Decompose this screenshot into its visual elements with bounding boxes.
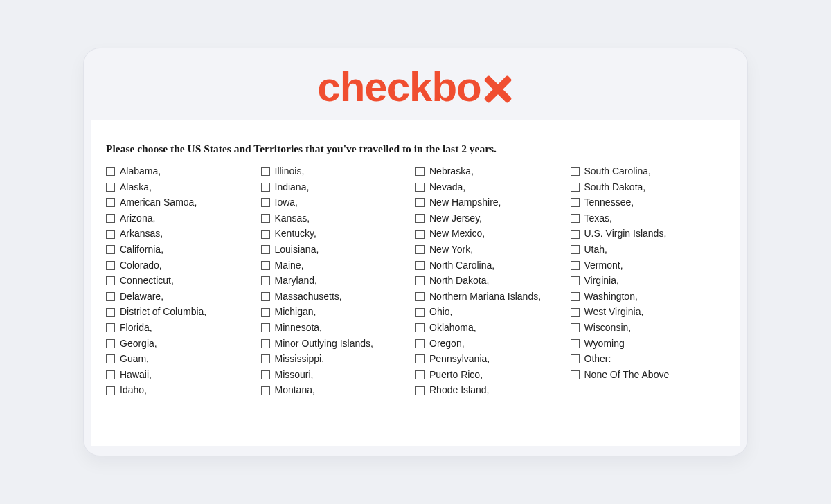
- option-item[interactable]: Montana,: [261, 384, 416, 397]
- option-item[interactable]: American Samoa,: [106, 196, 261, 210]
- checkbox-icon[interactable]: [106, 198, 115, 207]
- checkbox-icon[interactable]: [416, 245, 425, 254]
- option-item[interactable]: None Of The Above: [571, 368, 726, 382]
- option-item[interactable]: Oregon,: [416, 337, 571, 351]
- option-item[interactable]: Wisconsin,: [571, 321, 726, 335]
- option-item[interactable]: Texas,: [571, 212, 726, 226]
- checkbox-icon[interactable]: [261, 339, 270, 348]
- option-item[interactable]: U.S. Virgin Islands,: [571, 227, 726, 241]
- checkbox-icon[interactable]: [261, 323, 270, 332]
- checkbox-icon[interactable]: [106, 323, 115, 332]
- option-item[interactable]: Indiana,: [261, 181, 416, 195]
- checkbox-icon[interactable]: [416, 214, 425, 223]
- option-item[interactable]: New Mexico,: [416, 227, 571, 241]
- checkbox-icon[interactable]: [571, 230, 580, 239]
- checkbox-icon[interactable]: [261, 261, 270, 270]
- checkbox-icon[interactable]: [416, 339, 425, 348]
- checkbox-icon[interactable]: [571, 370, 580, 379]
- option-item[interactable]: New Hampshire,: [416, 196, 571, 210]
- option-item[interactable]: Florida,: [106, 321, 261, 335]
- checkbox-icon[interactable]: [106, 370, 115, 379]
- checkbox-icon[interactable]: [261, 292, 270, 301]
- option-item[interactable]: Northern Mariana Islands,: [416, 290, 571, 304]
- checkbox-icon[interactable]: [416, 198, 425, 207]
- option-item[interactable]: Louisiana,: [261, 243, 416, 257]
- checkbox-icon[interactable]: [416, 276, 425, 285]
- checkbox-icon[interactable]: [261, 167, 270, 176]
- option-item[interactable]: Pennsylvania,: [416, 352, 571, 366]
- checkbox-icon[interactable]: [106, 167, 115, 176]
- checkbox-icon[interactable]: [416, 183, 425, 192]
- checkbox-icon[interactable]: [261, 245, 270, 254]
- checkbox-icon[interactable]: [106, 386, 115, 395]
- option-item[interactable]: Vermont,: [571, 259, 726, 273]
- option-item[interactable]: Mississippi,: [261, 352, 416, 366]
- checkbox-icon[interactable]: [261, 370, 270, 379]
- checkbox-icon[interactable]: [261, 308, 270, 317]
- checkbox-icon[interactable]: [106, 183, 115, 192]
- checkbox-icon[interactable]: [416, 292, 425, 301]
- option-item[interactable]: California,: [106, 243, 261, 257]
- option-item[interactable]: Puerto Rico,: [416, 368, 571, 382]
- checkbox-icon[interactable]: [416, 308, 425, 317]
- option-item[interactable]: Idaho,: [106, 384, 261, 397]
- checkbox-icon[interactable]: [571, 183, 580, 192]
- option-item[interactable]: Connecticut,: [106, 274, 261, 288]
- option-item[interactable]: Guam,: [106, 352, 261, 366]
- checkbox-icon[interactable]: [106, 261, 115, 270]
- checkbox-icon[interactable]: [261, 183, 270, 192]
- option-item[interactable]: Iowa,: [261, 196, 416, 210]
- option-item[interactable]: New York,: [416, 243, 571, 257]
- option-item[interactable]: Kansas,: [261, 212, 416, 226]
- option-item[interactable]: Delaware,: [106, 290, 261, 304]
- option-item[interactable]: Nevada,: [416, 181, 571, 195]
- option-item[interactable]: District of Columbia,: [106, 305, 261, 319]
- option-item[interactable]: Alaska,: [106, 181, 261, 195]
- option-item[interactable]: Wyoming: [571, 337, 726, 351]
- checkbox-icon[interactable]: [571, 308, 580, 317]
- checkbox-icon[interactable]: [261, 198, 270, 207]
- checkbox-icon[interactable]: [571, 198, 580, 207]
- option-item[interactable]: Arizona,: [106, 212, 261, 226]
- option-item[interactable]: Maine,: [261, 259, 416, 273]
- option-item[interactable]: West Virginia,: [571, 305, 726, 319]
- option-item[interactable]: Alabama,: [106, 165, 261, 179]
- option-item[interactable]: Tennessee,: [571, 196, 726, 210]
- option-item[interactable]: Maryland,: [261, 274, 416, 288]
- option-item[interactable]: Missouri,: [261, 368, 416, 382]
- checkbox-icon[interactable]: [106, 245, 115, 254]
- checkbox-icon[interactable]: [571, 167, 580, 176]
- checkbox-icon[interactable]: [106, 292, 115, 301]
- option-item[interactable]: Illinois,: [261, 165, 416, 179]
- checkbox-icon[interactable]: [261, 230, 270, 239]
- checkbox-icon[interactable]: [571, 214, 580, 223]
- checkbox-icon[interactable]: [571, 323, 580, 332]
- checkbox-icon[interactable]: [571, 292, 580, 301]
- option-item[interactable]: Massachusetts,: [261, 290, 416, 304]
- checkbox-icon[interactable]: [106, 354, 115, 363]
- option-item[interactable]: Other:: [571, 352, 726, 366]
- checkbox-icon[interactable]: [261, 276, 270, 285]
- option-item[interactable]: Kentucky,: [261, 227, 416, 241]
- checkbox-icon[interactable]: [106, 230, 115, 239]
- option-item[interactable]: New Jersey,: [416, 212, 571, 226]
- checkbox-icon[interactable]: [106, 276, 115, 285]
- checkbox-icon[interactable]: [416, 261, 425, 270]
- option-item[interactable]: South Dakota,: [571, 181, 726, 195]
- option-item[interactable]: North Dakota,: [416, 274, 571, 288]
- option-item[interactable]: Georgia,: [106, 337, 261, 351]
- option-item[interactable]: Oklahoma,: [416, 321, 571, 335]
- option-item[interactable]: Virginia,: [571, 274, 726, 288]
- checkbox-icon[interactable]: [571, 245, 580, 254]
- checkbox-icon[interactable]: [416, 167, 425, 176]
- option-item[interactable]: Minnesota,: [261, 321, 416, 335]
- option-item[interactable]: Michigan,: [261, 305, 416, 319]
- option-item[interactable]: Arkansas,: [106, 227, 261, 241]
- checkbox-icon[interactable]: [416, 386, 425, 395]
- checkbox-icon[interactable]: [571, 261, 580, 270]
- option-item[interactable]: South Carolina,: [571, 165, 726, 179]
- option-item[interactable]: Colorado,: [106, 259, 261, 273]
- checkbox-icon[interactable]: [416, 370, 425, 379]
- checkbox-icon[interactable]: [416, 354, 425, 363]
- option-item[interactable]: Ohio,: [416, 305, 571, 319]
